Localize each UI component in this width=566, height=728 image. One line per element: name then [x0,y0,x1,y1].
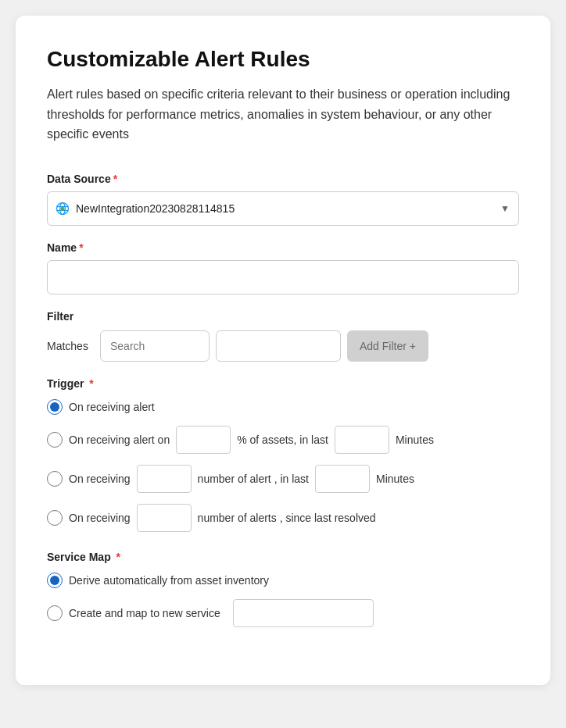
globe-icon [55,201,70,216]
service-map-radio-1[interactable] [47,573,63,588]
filter-second-input[interactable] [216,330,341,362]
add-filter-button[interactable]: Add Filter + [347,330,428,362]
service-map-text-input[interactable] [233,599,374,627]
service-map-option-2: Create and map to new service [47,599,519,627]
data-source-section: Data Source* NewIntegration2023082811481… [47,173,519,226]
trigger-input-2a[interactable] [176,426,231,454]
trigger-option-2: On receiving alert on % of assets, in la… [47,426,519,454]
matches-label: Matches [47,340,94,352]
service-map-section: Service Map * Derive automatically from … [47,551,519,627]
service-map-label: Service Map * [47,551,519,563]
filter-section: Filter Matches Add Filter + [47,310,519,362]
trigger-label-2-prefix: On receiving alert on [69,434,170,446]
name-section: Name* [47,241,519,294]
trigger-input-3a[interactable] [137,465,192,493]
trigger-label-4-prefix: On receiving [69,512,131,524]
service-map-required: * [113,551,120,563]
filter-row: Matches Add Filter + [47,330,519,362]
filter-label: Filter [47,310,519,323]
trigger-text-2-suffix: Minutes [396,434,434,446]
trigger-section: Trigger * On receiving alert On receivin… [47,377,519,532]
trigger-input-4[interactable] [137,504,192,532]
svg-point-4 [61,206,65,210]
trigger-radio-2[interactable] [47,432,63,448]
trigger-radio-3[interactable] [47,471,63,487]
main-card: Customizable Alert Rules Alert rules bas… [16,16,550,685]
data-source-wrapper: NewIntegration20230828114815 ▼ [47,191,519,226]
service-map-label-2: Create and map to new service [69,607,220,619]
trigger-label-1: On receiving alert [69,401,155,413]
service-map-label-1: Derive automatically from asset inventor… [69,574,269,587]
trigger-radio-1[interactable] [47,399,63,415]
service-map-radio-2[interactable] [47,605,63,621]
trigger-text-4-suffix: number of alerts , since last resolved [198,512,376,524]
trigger-label-3-prefix: On receiving [69,473,131,485]
page-description: Alert rules based on specific criteria r… [47,84,519,145]
service-map-option-1: Derive automatically from asset inventor… [47,573,519,588]
trigger-text-3-mid: number of alert , in last [198,473,309,485]
data-source-required: * [113,173,117,185]
trigger-label: Trigger * [47,377,519,390]
trigger-option-3: On receiving number of alert , in last M… [47,465,519,493]
trigger-radio-4[interactable] [47,510,63,526]
name-input[interactable] [47,260,519,294]
name-required: * [79,241,83,254]
trigger-input-2b[interactable] [335,426,389,454]
page-title: Customizable Alert Rules [47,47,519,72]
data-source-label: Data Source* [47,173,519,185]
trigger-option-4: On receiving number of alerts , since la… [47,504,519,532]
filter-search-input[interactable] [100,330,210,362]
trigger-input-3b[interactable] [315,465,370,493]
name-label: Name* [47,241,519,254]
trigger-option-1: On receiving alert [47,399,519,415]
trigger-required: * [86,377,93,390]
trigger-text-2-mid: % of assets, in last [237,434,328,446]
data-source-select[interactable]: NewIntegration20230828114815 [47,191,519,226]
trigger-text-3-suffix: Minutes [376,473,414,485]
